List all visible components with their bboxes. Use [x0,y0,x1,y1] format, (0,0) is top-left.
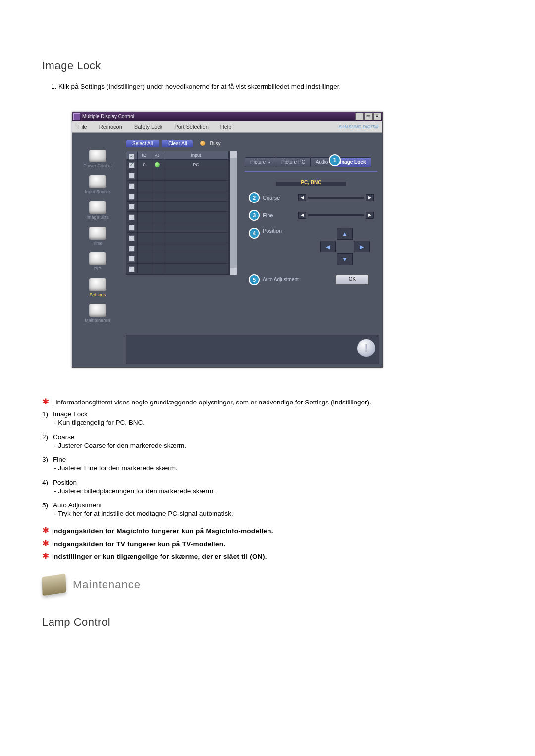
star-icon: ✱ [42,398,52,406]
sidebar-item-settings[interactable]: Settings [73,276,122,302]
warning-icon: ! [357,339,375,357]
menu-port-selection[interactable]: Port Selection [168,121,214,132]
arrow-left-icon[interactable]: ◀ [298,212,306,219]
ok-button[interactable]: OK [336,275,369,285]
tab-picture-pc[interactable]: Picture PC [276,157,311,167]
chevron-down-icon: ▼ [268,161,271,164]
callout-badge-4: 4 [249,228,260,239]
settings-icon [89,278,106,291]
window-title: Multiple Display Control [82,114,134,119]
menu-help[interactable]: Help [214,121,238,132]
grid-head-input: Input [163,151,229,159]
list-item: 3)Fine - Justerer Fine for den markerede… [42,456,493,472]
busy-label: Busy [210,141,220,146]
status-dot-icon [155,162,160,167]
menu-safety-lock[interactable]: Safety Lock [128,121,168,132]
sidebar-label-size: Image Size [86,215,108,220]
pip-icon [89,252,106,265]
grid-head-status: ◎ [151,151,163,159]
grid-head-check[interactable] [126,151,138,159]
maintenance-heading: Maintenance [73,578,141,591]
brand-text: SAMSUNG DIGITall [339,124,382,129]
callout-badge-5: 5 [249,274,260,285]
window-minimize-button[interactable]: _ [355,113,364,120]
note-text: Indgangskilden for TV fungerer kun på TV… [52,539,225,549]
tab-picture[interactable]: Picture▼ [245,157,276,167]
window-titlebar: Multiple Display Control _ ▭ X [72,112,382,121]
note-text: Indgangskilden for MagicInfo fungerer ku… [52,526,273,536]
sidebar-item-power[interactable]: Power Control [73,148,122,173]
menu-bar: File Remocon Safety Lock Port Selection … [72,121,382,133]
callout-badge-1: 1 [329,154,341,166]
callout-badge-3: 3 [249,210,260,221]
maintenance-section-icon [42,573,66,596]
grid-scrollbar[interactable] [229,151,237,275]
row-checkbox[interactable] [129,225,135,231]
row-checkbox[interactable] [129,246,135,252]
row-checkbox[interactable] [129,173,135,179]
row-checkbox[interactable] [129,256,135,262]
sidebar-item-image-size[interactable]: Image Size [73,199,122,225]
clear-all-button[interactable]: Clear All [162,140,193,147]
position-up-button[interactable]: ▲ [337,228,353,240]
status-footer: ! [126,335,379,364]
star-icon: ✱ [42,526,52,535]
app-icon [73,113,80,120]
note-text: Indstillinger er kun tilgængelige for sk… [52,552,267,562]
arrow-right-icon[interactable]: ▶ [366,194,374,201]
row-checkbox[interactable] [129,204,135,210]
sidebar-item-pip[interactable]: PIP [73,251,122,276]
menu-remocon[interactable]: Remocon [93,121,128,132]
select-all-button[interactable]: Select All [126,140,159,147]
image-size-icon [89,201,106,214]
clock-icon [89,227,106,240]
note-text: I informationsgitteret vises nogle grund… [52,398,371,407]
settings-panel: Picture▼ Picture PC Audio Image Lock 1 P… [240,133,382,333]
input-source-icon [89,175,106,188]
sidebar-item-input-source[interactable]: Input Source [73,173,122,199]
list-item: 5)Auto Adjustment - Tryk her for at inds… [42,502,493,517]
coarse-label: Coarse [263,195,298,201]
sidebar-label-input: Input Source [85,189,110,194]
intro-text: 1. Klik på Settings (Indstillinger) unde… [51,81,493,92]
coarse-slider[interactable]: ◀ ▶ [298,194,374,201]
star-icon: ✱ [42,552,52,560]
sidebar-item-time[interactable]: Time [73,225,122,251]
row-checkbox[interactable] [129,183,135,189]
list-item: 2)Coarse - Justerer Coarse for den marke… [42,433,493,449]
mdc-window: Multiple Display Control _ ▭ X File Remo… [72,112,383,368]
callout-badge-2: 2 [249,192,260,203]
sidebar-label-power: Power Control [83,163,111,168]
star-icon: ✱ [42,539,52,548]
fine-slider[interactable]: ◀ ▶ [298,212,374,219]
sidebar: Power Control Input Source Image Size Ti… [72,133,123,333]
row-checkbox[interactable] [129,162,135,168]
section-title: Image Lock [42,59,493,72]
arrow-right-icon[interactable]: ▶ [366,212,374,219]
source-mode-label: PC, BNC [276,179,346,186]
menu-file[interactable]: File [72,121,93,132]
lamp-control-heading: Lamp Control [42,616,493,629]
row-checkbox[interactable] [129,266,135,272]
row-checkbox[interactable] [129,235,135,241]
position-left-button[interactable]: ◀ [320,241,336,252]
row-input: PC [163,160,229,170]
window-close-button[interactable]: X [373,113,381,120]
position-pad: ▲ ◀ ▶ ▼ [320,228,370,265]
row-id: 0 [138,160,151,170]
auto-adjustment-label: Auto Adjustment [263,277,310,282]
row-checkbox[interactable] [129,214,135,220]
sidebar-item-maintenance[interactable]: Maintenance [73,302,122,328]
position-label: Position [263,228,298,234]
grid-row[interactable]: 0 PC [126,160,229,170]
position-right-button[interactable]: ▶ [354,241,370,252]
sidebar-label-time: Time [93,241,103,246]
arrow-left-icon[interactable]: ◀ [298,194,306,201]
position-down-button[interactable]: ▼ [337,253,353,265]
sidebar-label-settings: Settings [90,292,106,297]
window-maximize-button[interactable]: ▭ [364,113,373,120]
list-item: 4)Position - Justerer billedplaceringen … [42,479,493,495]
power-icon [89,150,106,162]
row-checkbox[interactable] [129,194,135,200]
busy-indicator-icon [200,141,205,146]
